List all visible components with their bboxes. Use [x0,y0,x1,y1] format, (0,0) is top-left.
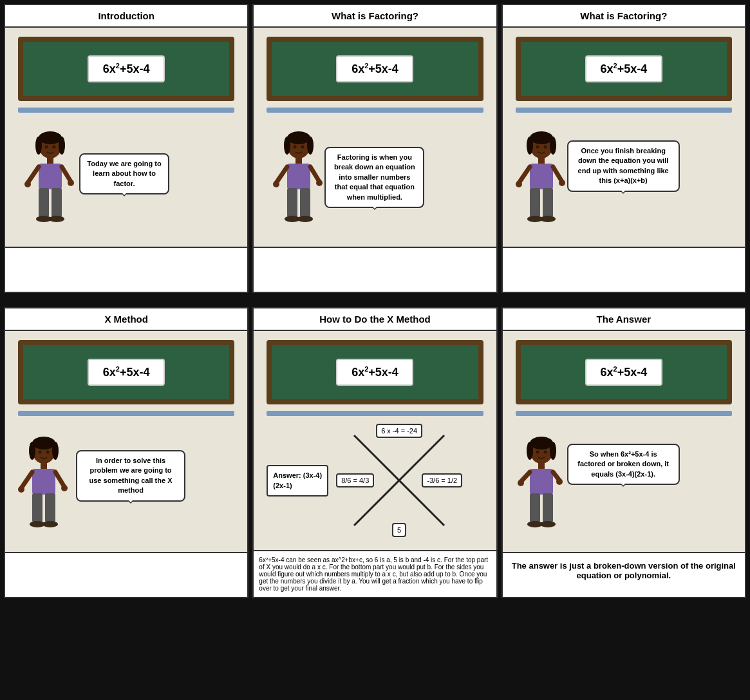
svg-point-59 [61,485,68,491]
svg-point-26 [273,181,279,187]
svg-line-57 [55,472,64,487]
equation-2: 6x2+5x-4 [336,55,413,82]
svg-point-43 [559,180,565,186]
equation-4: 6x2+5x-4 [88,359,165,386]
chalk-tray-1 [18,108,234,113]
chalk-tray-3 [516,108,732,113]
svg-rect-55 [32,469,55,495]
svg-line-24 [276,167,287,183]
svg-point-36 [536,146,539,149]
speech-bubble-6: So when 6x²+5x-4 is factored or broken d… [567,444,680,485]
svg-rect-38 [538,157,545,164]
svg-point-49 [32,437,55,449]
cell-header-factoring-2: What is Factoring? [503,5,745,28]
svg-point-33 [530,131,553,144]
cell-footer-2 [254,247,496,292]
chalk-tray-4 [18,411,234,416]
cell-answer: The Answer 6x2+5x-4 So when 6x²+5x-4 is … [502,307,746,598]
character-svg-3 [516,131,567,238]
svg-point-11 [68,180,74,186]
cell-xmethod: X Method 6x2+5x-4 In order to solve this… [4,307,248,598]
character-1 [24,131,76,240]
svg-rect-78 [530,493,540,522]
cell-introduction: Introduction 6x2+5x-4 Today we are going… [4,4,248,293]
character-3 [516,131,567,240]
character-svg-6 [516,437,567,543]
x-diagram-container: Answer: (3x-4) (2x-1) 6 x -4 = -24 5 8/6… [267,422,483,538]
svg-point-71 [543,451,547,454]
svg-point-21 [301,146,305,149]
svg-line-8 [28,167,39,183]
cell-footer-3 [503,247,745,292]
svg-point-31 [297,216,313,222]
svg-point-2 [35,137,42,155]
cell-main-answer: 6x2+5x-4 So when 6x²+5x-4 is factored or… [503,331,745,552]
cell-header-xmethod: X Method [5,308,247,331]
svg-point-15 [49,216,64,222]
character-2 [273,131,324,240]
character-4 [18,437,70,545]
cell-main-factoring-2: 6x2+5x-4 Once you finish breaking down t… [503,28,745,247]
svg-point-70 [536,451,539,454]
svg-point-17 [287,131,310,144]
chalkboard-6: 6x2+5x-4 [516,340,732,404]
svg-rect-54 [41,462,47,469]
cell-how-xmethod: How to Do the X Method 6x2+5x-4 Answer: … [252,307,497,598]
x-bottom-box: 5 [392,523,406,537]
x-right-label: -3/6 = 1/2 [422,473,462,487]
speech-bubble-2: Factoring is when you break down an equa… [324,147,424,208]
character-6 [516,437,567,545]
svg-rect-28 [287,188,297,217]
chalkboard-2: 6x2+5x-4 [267,37,483,101]
svg-rect-72 [538,462,545,469]
chalk-tray-5 [267,411,483,416]
equation-6: 6x2+5x-4 [585,359,662,386]
character-svg-4 [18,437,70,543]
svg-rect-39 [530,164,553,189]
equation-1: 6x2+5x-4 [88,55,165,82]
svg-rect-22 [295,157,302,164]
svg-point-1 [39,131,62,144]
cell-main-introduction: 6x2+5x-4 Today we are going to learn abo… [5,28,247,247]
svg-rect-7 [39,164,62,189]
svg-point-50 [29,442,35,460]
svg-rect-61 [45,493,55,522]
speech-bubble-4: In order to solve this problem we are go… [76,450,185,502]
x-diagram: 6 x -4 = -24 5 8/6 = 4/3 -3/6 = 1/2 [335,422,464,538]
cell-footer-1 [5,247,247,292]
svg-point-63 [42,521,58,527]
cell-header-answer: The Answer [503,308,745,331]
svg-point-18 [284,137,290,155]
cell-header-how-xmethod: How to Do the X Method [254,308,496,331]
svg-line-25 [310,167,319,182]
svg-point-35 [550,137,556,155]
svg-rect-73 [530,469,553,495]
svg-point-5 [53,146,56,149]
svg-rect-44 [530,188,540,217]
svg-point-20 [294,146,297,149]
svg-rect-79 [543,493,553,522]
svg-point-42 [516,181,522,187]
svg-rect-45 [543,188,553,217]
svg-point-81 [540,521,556,527]
cell-footer-4 [5,552,247,597]
cell-main-factoring-1: 6x2+5x-4 Factoring is when you break dow… [254,28,496,247]
svg-point-58 [18,486,24,493]
svg-point-76 [518,480,524,486]
cell-factoring-2: What is Factoring? 6x2+5x-4 Once you fin… [502,4,746,293]
cell-footer-5: 6x²+5x-4 can be seen as ax^2+bx+c, so 6 … [254,550,496,597]
svg-rect-6 [47,157,53,164]
chalk-tray-2 [267,108,483,113]
svg-point-4 [45,146,48,149]
answer-box: Answer: (3x-4) (2x-1) [267,465,328,497]
equation-3: 6x2+5x-4 [585,55,662,82]
svg-point-47 [540,216,556,222]
svg-point-37 [543,146,547,149]
row-gap [4,297,746,303]
chalkboard-1: 6x2+5x-4 [18,37,234,101]
chalkboard-3: 6x2+5x-4 [516,37,732,101]
svg-point-19 [307,137,314,155]
cell-header-factoring-1: What is Factoring? [254,5,496,28]
svg-point-52 [39,451,42,454]
svg-rect-12 [39,188,49,217]
